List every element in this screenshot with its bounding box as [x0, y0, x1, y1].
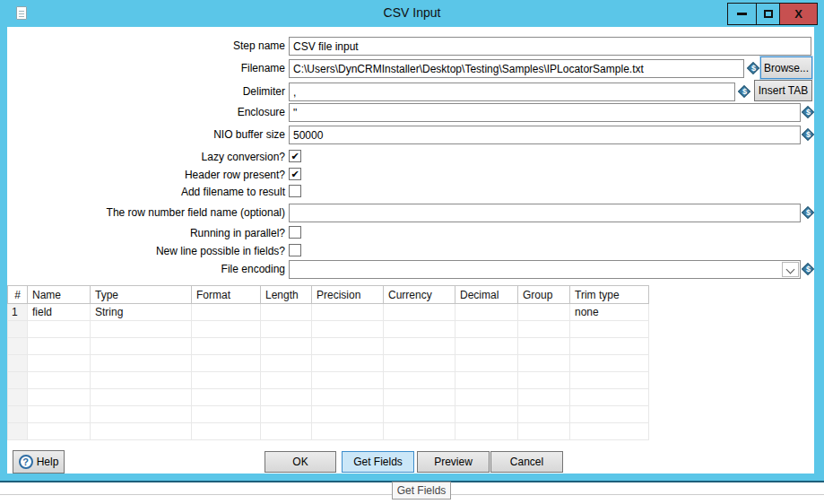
- table-cell[interactable]: [312, 338, 384, 355]
- table-cell[interactable]: [192, 406, 261, 423]
- table-cell-currency[interactable]: [384, 304, 455, 321]
- table-cell-format[interactable]: [192, 304, 261, 321]
- table-cell[interactable]: [570, 423, 649, 440]
- table-cell-decimal[interactable]: [455, 304, 518, 321]
- header-row-present-checkbox[interactable]: ✔: [289, 168, 301, 180]
- table-cell[interactable]: [384, 406, 455, 423]
- table-cell-type[interactable]: String: [91, 304, 192, 321]
- table-cell[interactable]: [518, 406, 570, 423]
- table-cell[interactable]: [261, 355, 312, 372]
- table-cell[interactable]: [312, 372, 384, 389]
- table-cell[interactable]: [518, 423, 570, 440]
- table-cell[interactable]: [518, 372, 570, 389]
- insert-tab-button[interactable]: Insert TAB: [754, 80, 812, 101]
- table-cell[interactable]: [28, 355, 91, 372]
- table-cell[interactable]: [192, 355, 261, 372]
- table-cell-trim-type[interactable]: none: [570, 304, 649, 321]
- screen: CSV Input X Step name Filename $ Br: [0, 0, 824, 504]
- row-number-cell: [8, 355, 28, 372]
- table-cell[interactable]: [261, 423, 312, 440]
- table-cell[interactable]: [312, 406, 384, 423]
- table-cell[interactable]: [455, 372, 518, 389]
- cancel-button[interactable]: Cancel: [490, 451, 563, 473]
- table-cell[interactable]: [570, 389, 649, 406]
- table-cell[interactable]: [261, 321, 312, 338]
- nio-buffer-size-input[interactable]: [289, 126, 801, 144]
- table-cell-group[interactable]: [518, 304, 570, 321]
- table-cell[interactable]: [312, 355, 384, 372]
- lazy-conversion-checkbox[interactable]: ✔: [289, 150, 301, 162]
- maximize-button[interactable]: [756, 3, 780, 25]
- table-cell[interactable]: [91, 355, 192, 372]
- table-cell-precision[interactable]: [312, 304, 384, 321]
- table-cell[interactable]: [261, 406, 312, 423]
- table-cell[interactable]: [312, 321, 384, 338]
- table-cell[interactable]: [28, 338, 91, 355]
- table-cell[interactable]: [28, 372, 91, 389]
- table-cell[interactable]: [518, 389, 570, 406]
- table-cell[interactable]: [91, 389, 192, 406]
- preview-button[interactable]: Preview: [417, 451, 490, 473]
- close-button[interactable]: X: [779, 3, 818, 25]
- file-encoding-combo[interactable]: [289, 260, 801, 279]
- titlebar[interactable]: CSV Input X: [0, 0, 824, 27]
- filename-input[interactable]: [289, 59, 744, 78]
- table-cell[interactable]: [518, 338, 570, 355]
- table-cell[interactable]: [570, 321, 649, 338]
- table-cell-length[interactable]: [261, 304, 312, 321]
- row-number-field-name-input[interactable]: [289, 204, 801, 222]
- table-cell[interactable]: [570, 338, 649, 355]
- table-cell[interactable]: [455, 423, 518, 440]
- table-cell[interactable]: [455, 389, 518, 406]
- table-cell[interactable]: [518, 355, 570, 372]
- ok-button[interactable]: OK: [265, 451, 336, 473]
- browse-button[interactable]: Browse...: [760, 56, 812, 79]
- table-cell[interactable]: [192, 338, 261, 355]
- minimize-button[interactable]: [727, 3, 757, 25]
- table-cell-name[interactable]: field: [28, 304, 91, 321]
- table-cell[interactable]: [384, 355, 455, 372]
- table-cell[interactable]: [192, 389, 261, 406]
- running-in-parallel-checkbox[interactable]: [289, 226, 301, 239]
- enclosure-input[interactable]: [289, 103, 801, 122]
- get-fields-button[interactable]: Get Fields: [342, 451, 414, 473]
- table-cell[interactable]: [312, 423, 384, 440]
- table-cell[interactable]: [91, 423, 192, 440]
- table-cell[interactable]: [518, 321, 570, 338]
- table-cell[interactable]: [455, 406, 518, 423]
- variable-icon: $: [739, 86, 750, 98]
- table-cell[interactable]: [384, 423, 455, 440]
- table-cell[interactable]: [192, 372, 261, 389]
- step-name-input[interactable]: [289, 37, 811, 56]
- new-line-possible-checkbox[interactable]: [289, 244, 301, 256]
- table-cell[interactable]: [91, 338, 192, 355]
- table-cell[interactable]: [570, 372, 649, 389]
- table-cell[interactable]: [91, 406, 192, 423]
- table-cell[interactable]: [261, 338, 312, 355]
- table-cell[interactable]: [570, 355, 649, 372]
- table-cell[interactable]: [91, 372, 192, 389]
- table-cell[interactable]: [312, 389, 384, 406]
- table-cell[interactable]: [91, 321, 192, 338]
- variable-icon: $: [802, 207, 814, 219]
- file-encoding-dropdown-button[interactable]: [782, 262, 799, 277]
- table-cell[interactable]: [384, 389, 455, 406]
- table-cell[interactable]: [384, 372, 455, 389]
- table-cell[interactable]: [455, 321, 518, 338]
- table-cell[interactable]: [192, 423, 261, 440]
- table-cell[interactable]: [261, 372, 312, 389]
- table-cell[interactable]: [28, 321, 91, 338]
- table-cell[interactable]: [384, 338, 455, 355]
- help-button[interactable]: ? Help: [13, 450, 65, 474]
- table-cell[interactable]: [384, 321, 455, 338]
- table-cell[interactable]: [261, 389, 312, 406]
- add-filename-to-result-checkbox[interactable]: [289, 185, 301, 197]
- table-cell[interactable]: [28, 423, 91, 440]
- table-cell[interactable]: [28, 389, 91, 406]
- table-cell[interactable]: [192, 321, 261, 338]
- table-cell[interactable]: [570, 406, 649, 423]
- delimiter-input[interactable]: [289, 83, 735, 101]
- table-cell[interactable]: [455, 338, 518, 355]
- table-cell[interactable]: [28, 406, 91, 423]
- table-cell[interactable]: [455, 355, 518, 372]
